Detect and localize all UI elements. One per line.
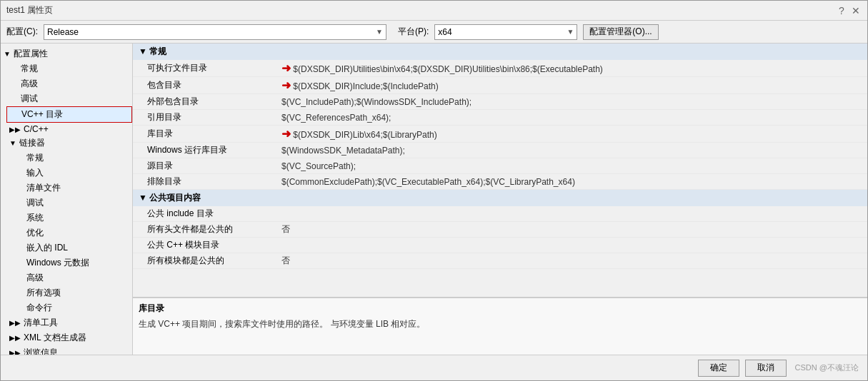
ok-button[interactable]: 确定 — [698, 360, 739, 377]
prop-lib-dir[interactable]: 库目录 ➜ $(DXSDK_DIR)Lib\x64;$(LibraryPath) — [133, 126, 867, 143]
window-title: test1 属性页 — [6, 4, 53, 16]
description-title: 库目录 — [139, 303, 862, 315]
sidebar-item-linker-optimize[interactable]: 优化 — [24, 225, 132, 240]
browseinfo-arrow: ▶ — [9, 349, 21, 355]
sidebar-item-linker-winmeta[interactable]: Windows 元数据 — [24, 255, 132, 270]
prop-all-modules-public-name: 所有模块都是公共的 — [133, 253, 276, 269]
prop-public-include-dir[interactable]: 公共 include 目录 — [133, 206, 867, 222]
prop-executable-dir-value: ➜ $(DXSDK_DIR)Utilities\bin\x64;$(DXSDK_… — [276, 60, 867, 77]
prop-external-include-name: 外部包含目录 — [133, 94, 276, 110]
manifest-arrow: ▶ — [9, 319, 21, 327]
prop-public-include-dir-value — [276, 206, 867, 222]
config-dropdown[interactable]: Release ▼ — [44, 24, 386, 40]
red-arrow-icon-3: ➜ — [281, 128, 291, 140]
config-value: Release — [47, 27, 376, 37]
sidebar-item-advanced[interactable]: 高级 — [6, 76, 132, 91]
sidebar-group-xml-doc[interactable]: ▶ XML 文档生成器 — [6, 330, 132, 345]
sidebar-item-general[interactable]: 常规 — [6, 61, 132, 76]
prop-winruntime-dir[interactable]: Windows 运行库目录 $(WindowsSDK_MetadataPath)… — [133, 143, 867, 158]
prop-executable-dir-name: 可执行文件目录 — [133, 60, 276, 77]
help-button[interactable]: ? — [836, 5, 847, 16]
sidebar-group-cpp[interactable]: ▶ C/C++ — [6, 123, 132, 136]
description-panel: 库目录 生成 VC++ 项目期间，搜索库文件时使用的路径。 与环境变量 LIB … — [133, 298, 867, 355]
sidebar-group-browse-info[interactable]: ▶ 浏览信息 — [6, 345, 132, 355]
section-public-toggle[interactable]: ▼ — [139, 193, 147, 203]
xmldoc-arrow: ▶ — [9, 334, 21, 342]
sidebar-item-linker-debug[interactable]: 调试 — [24, 195, 132, 210]
prop-public-cpp-module-dir-value — [276, 238, 867, 253]
platform-label: 平台(P): — [398, 26, 429, 38]
prop-ref-dir-name: 引用目录 — [133, 110, 276, 126]
prop-all-headers-public[interactable]: 所有头文件都是公共的 否 — [133, 222, 867, 238]
main-window: test1 属性页 ? ✕ 配置(C): Release ▼ 平台(P): x6… — [0, 0, 868, 381]
right-panel: ▼ 常规 可执行文件目录 ➜ $(DXSDK_DIR)Utilities\bin… — [133, 44, 867, 355]
platform-value: x64 — [438, 27, 567, 37]
config-root-arrow — [4, 50, 11, 58]
prop-all-headers-public-value: 否 — [276, 222, 867, 238]
prop-exclude-dir-name: 排除目录 — [133, 174, 276, 190]
section-general-title: ▼ 常规 — [133, 44, 867, 60]
sidebar-item-linker-manifest[interactable]: 清单文件 — [24, 181, 132, 195]
description-text: 生成 VC++ 项目期间，搜索库文件时使用的路径。 与环境变量 LIB 相对应。 — [139, 318, 862, 330]
prop-external-include-dir[interactable]: 外部包含目录 $(VC_IncludePath);$(WindowsSDK_In… — [133, 94, 867, 110]
prop-winruntime-dir-name: Windows 运行库目录 — [133, 143, 276, 158]
sidebar-item-vcpp-dirs[interactable]: VC++ 目录 — [6, 106, 132, 123]
config-bar: 配置(C): Release ▼ 平台(P): x64 ▼ 配置管理器(O)..… — [1, 21, 867, 44]
sidebar-item-linker-all-options[interactable]: 所有选项 — [24, 285, 132, 300]
linker-arrow — [9, 139, 16, 147]
sidebar: 配置属性 常规 高级 调试 VC++ 目录 ▶ C/C++ 链接器 常规 输入 — [1, 44, 133, 355]
sidebar-item-linker-embedded-idl[interactable]: 嵌入的 IDL — [24, 240, 132, 255]
sidebar-item-debug[interactable]: 调试 — [6, 91, 132, 106]
section-general-header: ▼ 常规 — [133, 44, 867, 60]
prop-ref-dir[interactable]: 引用目录 $(VC_ReferencesPath_x64); — [133, 110, 867, 126]
sidebar-item-linker-system[interactable]: 系统 — [24, 210, 132, 225]
prop-public-cpp-module-dir-name: 公共 C++ 模块目录 — [133, 238, 276, 253]
props-table: ▼ 常规 可执行文件目录 ➜ $(DXSDK_DIR)Utilities\bin… — [133, 44, 867, 269]
prop-source-dir[interactable]: 源目录 $(VC_SourcePath); — [133, 158, 867, 174]
watermark: CSDN @不魂汪论 — [792, 362, 862, 373]
properties-table: ▼ 常规 可执行文件目录 ➜ $(DXSDK_DIR)Utilities\bin… — [133, 44, 867, 298]
title-bar: test1 属性页 ? ✕ — [1, 1, 867, 21]
main-content: 配置属性 常规 高级 调试 VC++ 目录 ▶ C/C++ 链接器 常规 输入 — [1, 44, 867, 355]
prop-external-include-value: $(VC_IncludePath);$(WindowsSDK_IncludePa… — [276, 94, 867, 110]
prop-source-dir-value: $(VC_SourcePath); — [276, 158, 867, 174]
prop-ref-dir-value: $(VC_ReferencesPath_x64); — [276, 110, 867, 126]
sidebar-item-linker-input[interactable]: 输入 — [24, 166, 132, 181]
section-public-header: ▼ 公共项目内容 — [133, 190, 867, 207]
prop-winruntime-dir-value: $(WindowsSDK_MetadataPath); — [276, 143, 867, 158]
config-manager-button[interactable]: 配置管理器(O)... — [583, 24, 658, 40]
prop-all-modules-public-value: 否 — [276, 253, 867, 269]
prop-all-modules-public[interactable]: 所有模块都是公共的 否 — [133, 253, 867, 269]
prop-include-dir[interactable]: 包含目录 ➜ $(DXSDK_DIR)Include;$(IncludePath… — [133, 77, 867, 94]
config-label: 配置(C): — [6, 26, 38, 38]
sidebar-item-linker-advanced[interactable]: 高级 — [24, 270, 132, 285]
prop-public-cpp-module-dir[interactable]: 公共 C++ 模块目录 — [133, 238, 867, 253]
prop-executable-dir[interactable]: 可执行文件目录 ➜ $(DXSDK_DIR)Utilities\bin\x64;… — [133, 60, 867, 77]
sidebar-group-linker[interactable]: 链接器 — [6, 136, 132, 151]
sidebar-item-linker-general[interactable]: 常规 — [24, 151, 132, 166]
section-public-title: ▼ 公共项目内容 — [133, 190, 867, 207]
sidebar-group-manifest-tool[interactable]: ▶ 清单工具 — [6, 315, 132, 330]
sidebar-group: 常规 高级 调试 VC++ 目录 ▶ C/C++ 链接器 常规 输入 清单文件 … — [1, 61, 132, 355]
prop-all-headers-public-name: 所有头文件都是公共的 — [133, 222, 276, 238]
prop-lib-dir-value: ➜ $(DXSDK_DIR)Lib\x64;$(LibraryPath) — [276, 126, 867, 143]
platform-dropdown-arrow: ▼ — [567, 28, 574, 36]
close-button[interactable]: ✕ — [850, 5, 862, 16]
linker-children: 常规 输入 清单文件 调试 系统 优化 嵌入的 IDL Windows 元数据 … — [6, 151, 132, 315]
sidebar-cpp-label: C/C++ — [24, 124, 49, 134]
config-dropdown-arrow: ▼ — [376, 28, 383, 36]
section-general-toggle[interactable]: ▼ — [139, 46, 147, 56]
prop-exclude-dir[interactable]: 排除目录 $(CommonExcludePath);$(VC_Executabl… — [133, 174, 867, 190]
sidebar-root-config[interactable]: 配置属性 — [1, 46, 132, 61]
red-arrow-icon: ➜ — [281, 62, 291, 74]
sidebar-linker-label: 链接器 — [19, 137, 45, 149]
prop-lib-dir-name: 库目录 — [133, 126, 276, 143]
sidebar-root-label: 配置属性 — [14, 48, 48, 60]
prop-public-include-dir-name: 公共 include 目录 — [133, 206, 276, 222]
sidebar-item-linker-cmdline[interactable]: 命令行 — [24, 300, 132, 315]
cancel-button[interactable]: 取消 — [745, 360, 787, 377]
bottom-bar: 确定 取消 CSDN @不魂汪论 — [1, 355, 867, 380]
platform-dropdown[interactable]: x64 ▼ — [434, 24, 577, 40]
red-arrow-icon-2: ➜ — [281, 79, 291, 91]
sidebar-manifest-label: 清单工具 — [24, 317, 58, 329]
